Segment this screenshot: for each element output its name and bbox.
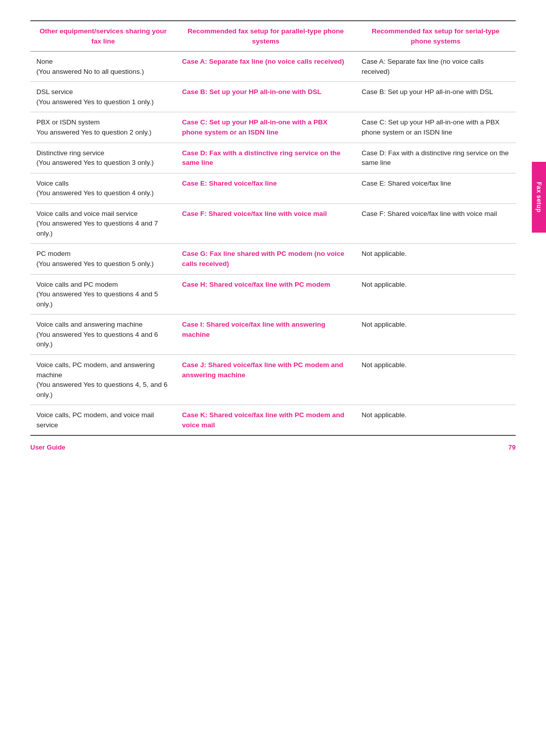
cell-row6-col3: Not applicable. [355, 244, 516, 274]
cell-row8-col2: Case I: Shared voice/fax line with answe… [176, 315, 355, 355]
cell-row1-col2: Case B: Set up your HP all-in-one with D… [176, 82, 355, 112]
table-row: DSL service(You answered Yes to question… [30, 82, 516, 112]
table-row: Voice calls, PC modem, and answering mac… [30, 354, 516, 405]
table-row: Distinctive ring service(You answered Ye… [30, 143, 516, 173]
table-row: Voice calls and PC modem(You answered Ye… [30, 274, 516, 315]
table-row: None(You answered No to all questions.)C… [30, 52, 516, 82]
side-tab-label: Fax setup [535, 182, 542, 213]
footer: User Guide 79 [30, 443, 516, 451]
cell-row6-col2: Case G: Fax line shared with PC modem (n… [176, 244, 355, 274]
cell-row3-col1: Distinctive ring service(You answered Ye… [30, 143, 176, 173]
cell-row7-col2: Case H: Shared voice/fax line with PC mo… [176, 274, 355, 315]
cell-row5-col2: Case F: Shared voice/fax line with voice… [176, 203, 355, 244]
cell-row0-col3: Case A: Separate fax line (no voice call… [355, 52, 516, 82]
table-row: Voice calls and answering machine(You an… [30, 315, 516, 355]
cell-row8-col1: Voice calls and answering machine(You an… [30, 315, 176, 355]
table-row: Voice calls and voice mail service(You a… [30, 203, 516, 244]
cell-row1-col3: Case B: Set up your HP all-in-one with D… [355, 82, 516, 112]
cell-row1-col1: DSL service(You answered Yes to question… [30, 82, 176, 112]
cell-row4-col1: Voice calls(You answered Yes to question… [30, 173, 176, 203]
cell-row9-col2: Case J: Shared voice/fax line with PC mo… [176, 354, 355, 405]
header-col2: Recommended fax setup for parallel-type … [176, 21, 355, 52]
cell-row5-col3: Case F: Shared voice/fax line with voice… [355, 203, 516, 244]
cell-row9-col1: Voice calls, PC modem, and answering mac… [30, 354, 176, 405]
cell-row5-col1: Voice calls and voice mail service(You a… [30, 203, 176, 244]
cell-row2-col1: PBX or ISDN systemYou answered Yes to qu… [30, 112, 176, 143]
cell-row4-col3: Case E: Shared voice/fax line [355, 173, 516, 203]
cell-row9-col3: Not applicable. [355, 354, 516, 405]
header-col1: Other equipment/services sharing your fa… [30, 21, 176, 52]
footer-left: User Guide [30, 443, 65, 451]
cell-row10-col1: Voice calls, PC modem, and voice mail se… [30, 405, 176, 436]
cell-row7-col3: Not applicable. [355, 274, 516, 315]
cell-row2-col3: Case C: Set up your HP all-in-one with a… [355, 112, 516, 143]
cell-row10-col3: Not applicable. [355, 405, 516, 436]
cell-row6-col1: PC modem(You answered Yes to question 5 … [30, 244, 176, 274]
table-row: Voice calls(You answered Yes to question… [30, 173, 516, 203]
table-row: Voice calls, PC modem, and voice mail se… [30, 405, 516, 436]
header-col3: Recommended fax setup for serial-type ph… [355, 21, 516, 52]
cell-row2-col2: Case C: Set up your HP all-in-one with a… [176, 112, 355, 143]
cell-row8-col3: Not applicable. [355, 315, 516, 355]
table-row: PBX or ISDN systemYou answered Yes to qu… [30, 112, 516, 143]
cell-row7-col1: Voice calls and PC modem(You answered Ye… [30, 274, 176, 315]
table-row: PC modem(You answered Yes to question 5 … [30, 244, 516, 274]
cell-row4-col2: Case E: Shared voice/fax line [176, 173, 355, 203]
cell-row10-col2: Case K: Shared voice/fax line with PC mo… [176, 405, 355, 436]
cell-row0-col1: None(You answered No to all questions.) [30, 52, 176, 82]
footer-right: 79 [509, 443, 516, 451]
cell-row3-col2: Case D: Fax with a distinctive ring serv… [176, 143, 355, 173]
cell-row0-col2: Case A: Separate fax line (no voice call… [176, 52, 355, 82]
page-wrapper: Fax setup Other equipment/services shari… [0, 0, 546, 466]
fax-setup-table: Other equipment/services sharing your fa… [30, 20, 516, 436]
table-header-row: Other equipment/services sharing your fa… [30, 21, 516, 52]
cell-row3-col3: Case D: Fax with a distinctive ring serv… [355, 143, 516, 173]
side-tab: Fax setup [532, 162, 546, 233]
